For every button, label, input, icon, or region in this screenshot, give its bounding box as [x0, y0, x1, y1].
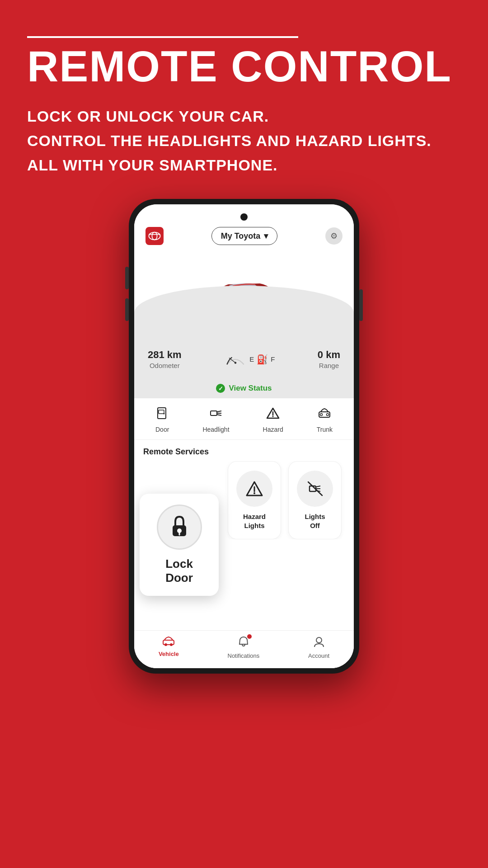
door-action[interactable]: Door	[155, 406, 169, 433]
settings-button[interactable]: ⚙	[325, 227, 343, 245]
hazard-lights-card[interactable]: HazardLights	[228, 461, 281, 539]
car-background-curve	[134, 286, 354, 340]
header-line	[27, 36, 298, 38]
headlight-label: Headlight	[202, 426, 229, 433]
fuel-left: E	[249, 355, 254, 363]
notifications-nav-icon	[238, 636, 249, 651]
odometer-value: 281 km	[148, 349, 182, 361]
headlight-icon	[209, 406, 223, 423]
lights-off-circle	[297, 471, 333, 507]
svg-line-32	[316, 486, 320, 487]
view-status[interactable]: ✓ View Status	[134, 378, 354, 398]
trunk-icon	[318, 406, 331, 423]
hazard-lights-circle	[236, 471, 272, 507]
notifications-nav-label: Notifications	[228, 652, 260, 659]
my-toyota-dropdown[interactable]: My Toyota ▾	[211, 227, 278, 245]
odometer-stat: 281 km Odometer	[148, 349, 182, 369]
svg-rect-18	[211, 411, 217, 415]
lock-door-label: LockDoor	[165, 557, 193, 585]
hazard-lights-label: HazardLights	[243, 512, 266, 530]
toyota-logo	[145, 227, 164, 245]
view-status-label: View Status	[229, 384, 272, 393]
svg-point-17	[164, 413, 165, 415]
door-icon	[155, 406, 169, 423]
phone-mockup: My Toyota ▾ ⚙	[129, 199, 359, 674]
svg-point-42	[316, 637, 322, 643]
svg-point-40	[164, 643, 167, 646]
fuel-right: F	[271, 355, 275, 363]
lights-off-label: LightsOff	[305, 512, 325, 530]
subtitle-line2: CONTROL THE HEADLIGHTS AND HAZARD LIGHTS…	[27, 128, 461, 153]
lock-door-popup[interactable]: LockDoor	[140, 494, 219, 596]
svg-point-14	[235, 362, 237, 364]
range-value: 0 km	[318, 349, 340, 361]
door-label: Door	[155, 426, 169, 433]
svg-point-30	[253, 492, 255, 494]
nav-vehicle[interactable]: Vehicle	[159, 636, 179, 659]
phone-frame: My Toyota ▾ ⚙	[129, 199, 359, 674]
trunk-label: Trunk	[317, 426, 333, 433]
quick-actions: Door Headlight	[134, 398, 354, 439]
settings-icon: ⚙	[330, 231, 338, 241]
subtitle: LOCK OR UNLOCK YOUR CAR. CONTROL THE HEA…	[27, 104, 461, 178]
trunk-action[interactable]: Trunk	[317, 406, 333, 433]
svg-rect-25	[319, 412, 330, 417]
svg-line-21	[217, 415, 221, 415]
bottom-nav: Vehicle Notifications	[134, 630, 354, 668]
vehicle-nav-label: Vehicle	[159, 651, 179, 657]
camera-hole	[240, 213, 248, 221]
app-content: My Toyota ▾ ⚙	[134, 204, 354, 668]
nav-notifications[interactable]: Notifications	[228, 636, 260, 659]
top-bar: My Toyota ▾ ⚙	[134, 204, 354, 250]
svg-point-41	[170, 643, 173, 646]
car-area	[134, 250, 354, 340]
range-stat: 0 km Range	[318, 349, 340, 369]
subtitle-line1: LOCK OR UNLOCK YOUR CAR.	[27, 104, 461, 128]
headlight-action[interactable]: Headlight	[202, 406, 229, 433]
power-button	[359, 289, 363, 321]
check-icon: ✓	[216, 384, 225, 393]
my-toyota-label: My Toyota	[221, 231, 261, 241]
svg-point-24	[272, 416, 274, 417]
svg-rect-16	[159, 410, 164, 414]
odometer-label: Odometer	[148, 362, 182, 369]
svg-point-27	[327, 414, 329, 416]
svg-line-19	[217, 411, 221, 412]
phone-screen: My Toyota ▾ ⚙	[134, 204, 354, 668]
lock-icon-circle	[157, 505, 202, 550]
fuel-arc-svg	[224, 353, 247, 366]
lights-off-card[interactable]: LightsOff	[288, 461, 342, 539]
nav-account[interactable]: Account	[308, 636, 329, 659]
hazard-icon	[266, 406, 280, 423]
stats-row: 281 km Odometer E ⛽	[134, 340, 354, 378]
notification-badge	[247, 634, 252, 639]
header-section: REMOTE CONTROL LOCK OR UNLOCK YOUR CAR. …	[0, 0, 488, 191]
vol-up-button	[125, 267, 129, 289]
fuel-pump-icon: ⛽	[257, 354, 268, 365]
chevron-down-icon: ▾	[264, 231, 268, 241]
remote-services-header: Remote Services	[134, 440, 354, 461]
hazard-action[interactable]: Hazard	[263, 406, 283, 433]
fuel-gauge: E ⛽ F	[224, 353, 275, 366]
svg-line-13	[230, 358, 236, 363]
main-title: REMOTE CONTROL	[27, 42, 461, 90]
account-nav-icon	[314, 636, 324, 651]
svg-point-0	[149, 232, 160, 240]
svg-point-1	[152, 232, 157, 240]
vehicle-nav-icon	[163, 636, 174, 649]
subtitle-line3: ALL WITH YOUR SMARTPHONE.	[27, 153, 461, 177]
account-nav-label: Account	[308, 652, 329, 659]
hazard-label: Hazard	[263, 426, 283, 433]
range-label: Range	[318, 362, 340, 369]
vol-down-button	[125, 298, 129, 321]
svg-point-26	[320, 414, 323, 416]
